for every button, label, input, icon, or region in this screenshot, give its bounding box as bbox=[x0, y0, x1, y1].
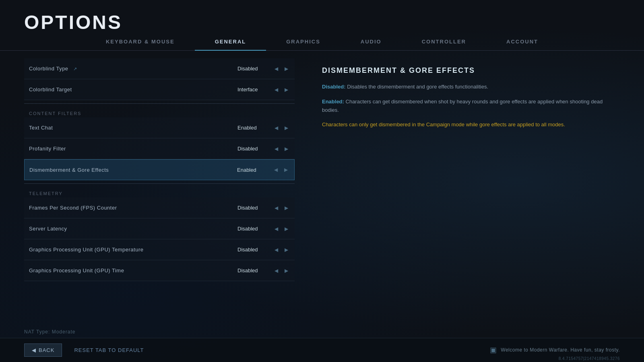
gpu-time-next[interactable]: ▶ bbox=[283, 266, 290, 275]
external-link-icon: ↗ bbox=[73, 66, 77, 72]
chat-icon: ▣ bbox=[490, 346, 497, 354]
description-panel: DISMEMBERMENT & GORE EFFECTS Disabled: D… bbox=[310, 58, 620, 338]
divider-telemetry bbox=[24, 183, 295, 184]
tab-general[interactable]: GENERAL bbox=[195, 33, 266, 50]
setting-label-server-latency: Server Latency bbox=[29, 226, 237, 232]
tab-controller[interactable]: CONTROLLER bbox=[402, 33, 486, 50]
desc-title: DISMEMBERMENT & GORE EFFECTS bbox=[322, 66, 608, 75]
version-text: 8.4.7154757|2147418945.3276 bbox=[559, 356, 620, 361]
desc-disabled-body: Disables the dismemberment and gore effe… bbox=[346, 84, 489, 90]
desc-enabled-label: Enabled: bbox=[322, 99, 344, 105]
back-arrow-icon: ◀ bbox=[32, 347, 36, 353]
colorblind-type-next[interactable]: ▶ bbox=[283, 64, 290, 73]
setting-row-fps-counter[interactable]: Frames Per Second (FPS) Counter Disabled… bbox=[24, 197, 295, 218]
profanity-filter-value-area: Disabled ◀ ▶ bbox=[237, 144, 290, 153]
setting-row-server-latency[interactable]: Server Latency Disabled ◀ ▶ bbox=[24, 218, 295, 239]
settings-panel: Colorblind Type ↗ Disabled ◀ ▶ Colorblin… bbox=[24, 58, 298, 338]
colorblind-target-value: Interface bbox=[237, 86, 270, 93]
bottom-buttons: ◀ Back Reset tab to Default bbox=[24, 338, 151, 362]
setting-row-text-chat[interactable]: Text Chat Enabled ◀ ▶ bbox=[24, 117, 295, 138]
tab-keyboard-mouse[interactable]: KEYBOARD & MOUSE bbox=[86, 33, 195, 50]
profanity-filter-next[interactable]: ▶ bbox=[283, 144, 290, 153]
profanity-filter-prev[interactable]: ◀ bbox=[273, 144, 280, 153]
text-chat-value-area: Enabled ◀ ▶ bbox=[237, 123, 290, 132]
fps-counter-value-area: Disabled ◀ ▶ bbox=[237, 204, 290, 212]
reset-button[interactable]: Reset tab to Default bbox=[67, 344, 151, 356]
gpu-time-prev[interactable]: ◀ bbox=[273, 266, 280, 275]
nat-type: NAT Type: Moderate bbox=[24, 329, 75, 335]
server-latency-value: Disabled bbox=[237, 226, 270, 232]
setting-label-gpu-time: Graphics Processing Unit (GPU) Time bbox=[29, 267, 237, 274]
gpu-temperature-next[interactable]: ▶ bbox=[283, 245, 290, 254]
setting-label-gpu-temperature: Graphics Processing Unit (GPU) Temperatu… bbox=[29, 247, 237, 253]
setting-row-gpu-temperature[interactable]: Graphics Processing Unit (GPU) Temperatu… bbox=[24, 239, 295, 260]
tab-audio[interactable]: AUDIO bbox=[341, 33, 402, 50]
colorblind-target-prev[interactable]: ◀ bbox=[273, 85, 280, 94]
server-latency-prev[interactable]: ◀ bbox=[273, 224, 280, 233]
settings-scroll[interactable]: Colorblind Type ↗ Disabled ◀ ▶ Colorblin… bbox=[24, 58, 298, 338]
gpu-temperature-prev[interactable]: ◀ bbox=[273, 245, 280, 254]
colorblind-target-next[interactable]: ▶ bbox=[283, 85, 290, 94]
setting-label-text-chat: Text Chat bbox=[29, 125, 237, 131]
profanity-filter-value: Disabled bbox=[237, 146, 270, 152]
dismemberment-gore-prev[interactable]: ◀ bbox=[272, 165, 279, 174]
text-chat-next[interactable]: ▶ bbox=[283, 123, 290, 132]
server-latency-value-area: Disabled ◀ ▶ bbox=[237, 224, 290, 233]
tab-graphics[interactable]: GRAPHICS bbox=[266, 33, 341, 50]
dismemberment-gore-next[interactable]: ▶ bbox=[283, 165, 289, 174]
section-label-telemetry: Telemetry bbox=[24, 187, 295, 197]
setting-label-fps-counter: Frames Per Second (FPS) Counter bbox=[29, 205, 237, 211]
gpu-time-value: Disabled bbox=[237, 267, 270, 274]
text-chat-prev[interactable]: ◀ bbox=[273, 123, 280, 132]
back-label: Back bbox=[39, 347, 54, 353]
page-title: OPTIONS bbox=[24, 11, 122, 33]
bottom-bar: ◀ Back Reset tab to Default ▣ Welcome to… bbox=[0, 338, 644, 362]
setting-row-dismemberment-gore[interactable]: Dismemberment & Gore Effects Enabled ◀ ▶ bbox=[24, 159, 295, 180]
section-label-content-filters: Content Filters bbox=[24, 107, 295, 117]
fps-counter-next[interactable]: ▶ bbox=[283, 204, 290, 212]
setting-row-gpu-time[interactable]: Graphics Processing Unit (GPU) Time Disa… bbox=[24, 260, 295, 281]
dismemberment-gore-value: Enabled bbox=[237, 167, 269, 173]
desc-warning: Characters can only get dismembered in t… bbox=[322, 121, 608, 129]
divider-content-filters bbox=[24, 103, 295, 104]
back-button[interactable]: ◀ Back bbox=[24, 343, 62, 357]
tab-account[interactable]: ACCOUNT bbox=[486, 33, 558, 50]
nav-tabs: KEYBOARD & MOUSE GENERAL GRAPHICS AUDIO … bbox=[0, 33, 644, 51]
setting-label-profanity-filter: Profanity Filter bbox=[29, 146, 237, 152]
colorblind-type-prev[interactable]: ◀ bbox=[273, 64, 280, 73]
desc-enabled-body: Characters can get dismembered when shot… bbox=[322, 99, 603, 113]
gpu-temperature-value: Disabled bbox=[237, 247, 270, 253]
colorblind-type-value-area: Disabled ◀ ▶ bbox=[237, 64, 290, 73]
content-area: Colorblind Type ↗ Disabled ◀ ▶ Colorblin… bbox=[24, 58, 620, 338]
colorblind-target-value-area: Interface ◀ ▶ bbox=[237, 85, 290, 94]
colorblind-type-value: Disabled bbox=[237, 66, 270, 72]
page-wrapper: OPTIONS KEYBOARD & MOUSE GENERAL GRAPHIC… bbox=[0, 0, 644, 362]
setting-label-colorblind-type: Colorblind Type ↗ bbox=[29, 66, 237, 72]
setting-row-colorblind-target[interactable]: Colorblind Target Interface ◀ ▶ bbox=[24, 79, 295, 100]
text-chat-value: Enabled bbox=[237, 125, 270, 131]
desc-disabled-text: Disabled: Disables the dismemberment and… bbox=[322, 83, 608, 91]
server-latency-next[interactable]: ▶ bbox=[283, 224, 290, 233]
setting-row-profanity-filter[interactable]: Profanity Filter Disabled ◀ ▶ bbox=[24, 138, 295, 159]
chat-message: Welcome to Modern Warfare. Have fun, sta… bbox=[501, 347, 620, 353]
fps-counter-prev[interactable]: ◀ bbox=[273, 204, 280, 212]
setting-row-colorblind-type[interactable]: Colorblind Type ↗ Disabled ◀ ▶ bbox=[24, 58, 295, 79]
desc-enabled-text: Enabled: Characters can get dismembered … bbox=[322, 98, 608, 115]
dismemberment-gore-value-area: Enabled ◀ ▶ bbox=[237, 165, 289, 174]
gpu-temperature-value-area: Disabled ◀ ▶ bbox=[237, 245, 290, 254]
fps-counter-value: Disabled bbox=[237, 205, 270, 211]
setting-label-colorblind-target: Colorblind Target bbox=[29, 86, 237, 93]
gpu-time-value-area: Disabled ◀ ▶ bbox=[237, 266, 290, 275]
setting-label-dismemberment-gore: Dismemberment & Gore Effects bbox=[29, 167, 237, 173]
desc-disabled-label: Disabled: bbox=[322, 84, 346, 90]
